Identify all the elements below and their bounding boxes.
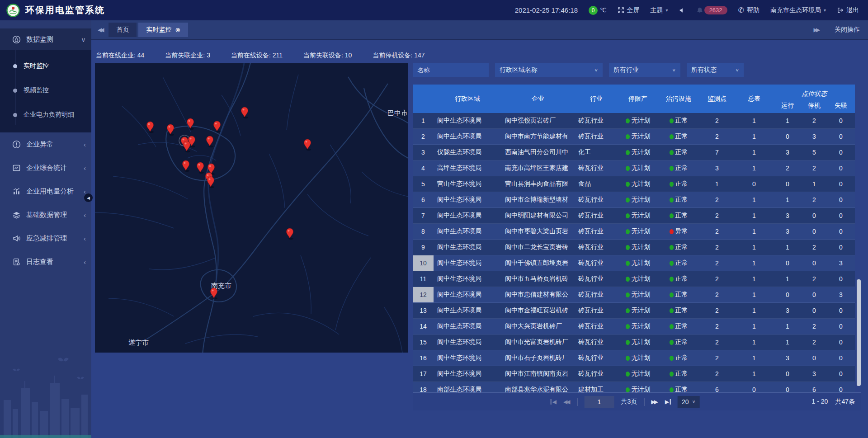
tab-home[interactable]: 首页 — [108, 23, 137, 37]
status-dot — [626, 182, 630, 187]
table-scrollbar[interactable] — [857, 113, 861, 392]
status-dot — [670, 166, 674, 171]
table-row[interactable]: 15阆中生态环境局阆中市光富页岩机砖厂砖瓦行业无计划正常21120 — [413, 334, 855, 350]
theme-dropdown[interactable]: 主题 ▾ — [651, 6, 668, 14]
org-dropdown[interactable]: 南充市生态环境局 ▾ — [770, 6, 826, 14]
cell-region: 南部生态环境局 — [434, 386, 501, 392]
table-row[interactable]: 9阆中生态环境局阆中市二龙长宝页岩砖砖瓦行业无计划正常21120 — [413, 240, 855, 255]
table-row[interactable]: 13阆中生态环境局阆中市金福旺页岩机砖砖瓦行业无计划正常21300 — [413, 303, 855, 319]
table-row[interactable]: 14阆中生态环境局阆中大兴页岩机砖厂砖瓦行业无计划正常21120 — [413, 319, 855, 334]
table-row[interactable]: 10阆中生态环境局阆中千佛镇五郎垭页岩砖瓦行业无计划正常21003 — [413, 255, 855, 271]
sidebar-item-label: 企业用电量分析 — [26, 187, 74, 196]
close-actions-button[interactable]: 关闭操作 — [835, 26, 860, 34]
tab-realtime-monitor[interactable]: 实时监控 ⊗ — [138, 23, 188, 37]
first-page-button[interactable]: ◀ — [551, 399, 557, 405]
scrollbar-thumb[interactable] — [857, 279, 861, 386]
table-row[interactable]: 1阆中生态环境局阆中强锐页岩砖厂砖瓦行业无计划正常21120 — [413, 113, 855, 129]
help-button[interactable]: ✆ 帮助 — [738, 6, 760, 14]
sidebar-item-log-view[interactable]: 日志查看 ‹ — [0, 250, 91, 273]
table-row[interactable]: 17阆中生态环境局阆中市江南镇阆南页岩砖瓦行业无计划正常21030 — [413, 366, 855, 382]
exit-button[interactable]: 退出 — [837, 6, 859, 14]
status-text: 正常 — [675, 338, 688, 346]
table-row[interactable]: 8阆中生态环境局阆中市枣碧大梁山页岩砖瓦行业无计划异常21300 — [413, 224, 855, 240]
cell-facility-status: 正常 — [658, 354, 699, 362]
sidebar-collapse-button[interactable]: ◀ — [84, 193, 93, 202]
cell-meters: 1 — [735, 212, 774, 219]
industry-filter-select[interactable]: 所有行业 ∨ — [609, 63, 680, 77]
stat-item: 当前停机设备: 147 — [373, 52, 425, 61]
region-filter-select[interactable]: 行政区域名称 ∨ — [495, 63, 603, 77]
cell-company: 阆中明阳建材有限公司 — [501, 212, 575, 220]
table-row[interactable]: 16阆中生态环境局阆中市石子页岩机砖厂砖瓦行业无计划正常21300 — [413, 350, 855, 366]
status-text: 正常 — [675, 275, 688, 283]
tab-close-icon[interactable]: ⊗ — [175, 27, 180, 33]
cell-industry: 砖瓦行业 — [575, 132, 618, 141]
mute-button[interactable] — [679, 7, 685, 14]
tabs-scroll-left-icon[interactable]: ◀◀ — [98, 27, 104, 33]
cell-lost: 0 — [827, 180, 855, 188]
status-dot — [626, 118, 630, 123]
sidebar-item-power-load-detail[interactable]: 企业电力负荷明细 — [0, 103, 91, 127]
table-row[interactable]: 12阆中生态环境局阆中市忠信建材有限公砖瓦行业无计划正常21003 — [413, 287, 855, 303]
sidebar-item-power-analysis[interactable]: 企业用电量分析 ‹ — [0, 179, 91, 203]
filter-bar: 行政区域名称 ∨ 所有行业 ∨ 所有状态 ∨ — [413, 63, 861, 77]
page-size-select[interactable]: 20 ∨ — [678, 396, 700, 408]
cell-run: 1 — [774, 339, 802, 346]
cell-run: 1 — [774, 323, 802, 330]
cell-limit-status: 无计划 — [618, 322, 658, 330]
table-row[interactable]: 5营山生态环境局营山县润丰肉食品有限食品无计划正常10010 — [413, 176, 855, 192]
map[interactable]: 巴中市南充市遂宁市 — [95, 63, 408, 353]
table-row[interactable]: 4高坪生态环境局南充市高坪区王家店建砖瓦行业无计划正常31220 — [413, 160, 855, 176]
row-number: 9 — [413, 240, 434, 255]
row-number: 5 — [413, 176, 434, 192]
cell-lost: 0 — [827, 244, 855, 251]
sidebar-item-video-monitor[interactable]: 视频监控 — [0, 78, 91, 103]
sidebar-item-realtime-monitor[interactable]: 实时监控 — [0, 54, 91, 78]
fullscreen-button[interactable]: 全屏 — [618, 6, 640, 14]
table-row[interactable]: 11阆中生态环境局阆中市五马桥页岩机砖砖瓦行业无计划正常21120 — [413, 271, 855, 287]
table-row[interactable]: 6阆中生态环境局阆中市金博瑞新型墙材砖瓦行业无计划正常21120 — [413, 192, 855, 208]
table-row[interactable]: 2阆中生态环境局阆中市南方节能建材有砖瓦行业无计划正常21030 — [413, 129, 855, 145]
tabs-scroll-right-icon[interactable]: ▶▶ — [814, 27, 820, 33]
status-dot — [670, 150, 674, 155]
sidebar-item-data-monitor[interactable]: 数据监测 ∨ — [0, 28, 91, 50]
main-area: ◀◀ 首页 实时监控 ⊗ ▶▶ 关闭操作 当前在线企业: 44当前失联企业: 3… — [91, 20, 868, 438]
cell-industry: 食品 — [575, 180, 618, 188]
status-text: 无计划 — [632, 180, 651, 188]
cell-region: 阆中生态环境局 — [434, 117, 501, 125]
sidebar-item-emergency-reduction[interactable]: 应急减排管理 ‹ — [0, 226, 91, 250]
page-input[interactable] — [584, 396, 614, 408]
status-dot — [670, 182, 674, 187]
next-page-button[interactable]: ▶▶ — [651, 399, 658, 405]
cell-meters: 1 — [735, 259, 774, 267]
pagination-bar: ◀ ◀◀ 共3页 ▶▶ ▶ 20 ∨ — [413, 392, 861, 410]
status-dot — [670, 213, 674, 218]
datetime: 2021-02-25 17:46:18 — [515, 6, 578, 14]
sidebar-item-enterprise-stats[interactable]: 企业综合统计 ‹ — [0, 156, 91, 179]
notifications-button[interactable]: 2632 — [696, 6, 727, 14]
table-row[interactable]: 3仪陇生态环境局西南油气田分公司川中化工无计划正常71350 — [413, 145, 855, 160]
cell-limit-status: 无计划 — [618, 148, 658, 156]
prev-page-button[interactable]: ◀◀ — [563, 399, 570, 405]
sidebar-item-enterprise-abnormal[interactable]: 企业异常 ‹ — [0, 132, 91, 156]
status-dot — [670, 324, 674, 329]
chevron-down-icon: ∨ — [81, 36, 86, 43]
cell-facility-status: 正常 — [658, 132, 699, 141]
cell-stop: 5 — [802, 149, 827, 156]
last-page-button[interactable]: ▶ — [665, 399, 671, 405]
table-row[interactable]: 18南部生态环境局南部县兆华水泥有限公建材加工无计划正常60060 — [413, 382, 855, 392]
status-text: 无计划 — [632, 148, 651, 156]
cell-industry: 建材加工 — [575, 386, 618, 392]
status-filter-select[interactable]: 所有状态 ∨ — [687, 63, 744, 77]
status-text: 正常 — [675, 354, 688, 362]
cell-company: 营山县润丰肉食品有限 — [501, 180, 575, 188]
status-text: 正常 — [675, 306, 688, 315]
table-row[interactable]: 7阆中生态环境局阆中明阳建材有限公司砖瓦行业无计划正常21300 — [413, 208, 855, 224]
sidebar-item-base-data[interactable]: 基础数据管理 ‹ — [0, 203, 91, 226]
cell-company: 阆中市金博瑞新型墙材 — [501, 196, 575, 204]
cell-stop: 2 — [802, 275, 827, 283]
status-text: 正常 — [675, 180, 688, 188]
name-filter-input[interactable] — [413, 63, 489, 77]
cell-facility-status: 正常 — [658, 196, 699, 204]
cell-monitors: 2 — [699, 323, 735, 330]
